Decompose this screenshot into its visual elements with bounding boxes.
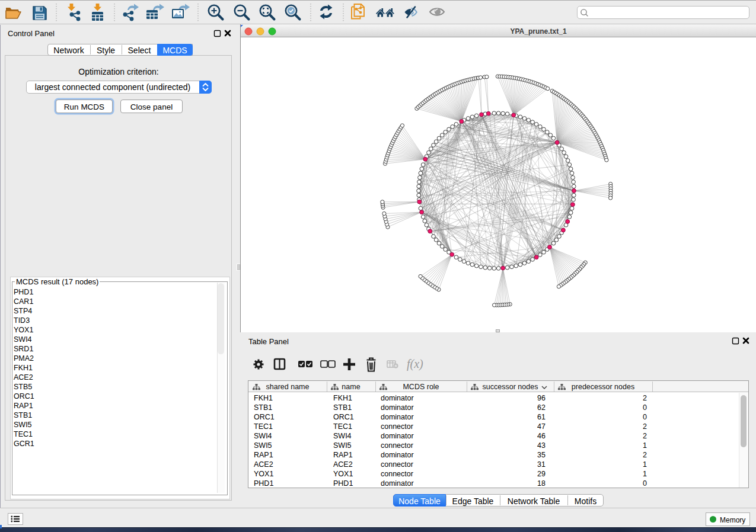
svg-text:f(x): f(x) (407, 357, 423, 371)
